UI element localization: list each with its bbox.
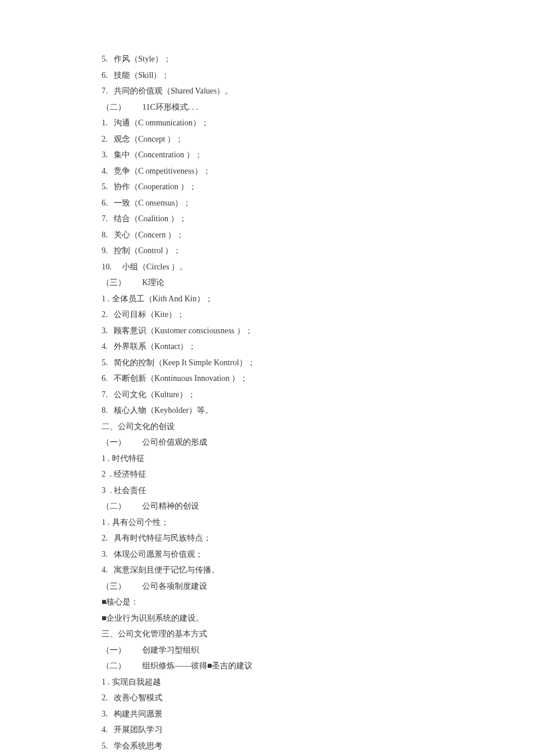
- document-content: 5. 作风（Style）；6. 技能（Skill）；7. 共同的价值观（Shar…: [102, 51, 534, 756]
- text-line: 3. 集中（Concentration ）；: [102, 147, 534, 163]
- text-line: 6. 不断创新（Kontinuous Innovation ）；: [102, 370, 534, 387]
- text-line: ■企业行为识别系统的建设。: [102, 610, 534, 627]
- text-line: 3. 体现公司愿景与价值观；: [102, 546, 534, 563]
- text-line: 6. 技能（Skill）；: [102, 67, 534, 84]
- text-line: 2. 观念（Concept ）；: [102, 131, 534, 147]
- text-line: 6. 一致（C onsensus）；: [102, 195, 534, 211]
- text-line: 2 . 经济特征: [102, 466, 534, 483]
- text-line: 1. 沟通（C ommunication）；: [102, 115, 534, 131]
- text-line: 1 . 全体员工（Kith And Kin）；: [102, 291, 534, 307]
- text-line: 2. 改善心智模式: [102, 690, 534, 706]
- text-line: 5. 作风（Style）；: [102, 51, 534, 67]
- text-line: 1 . 时代特征: [102, 451, 534, 467]
- text-line: （二） 11C环形模式. . .: [102, 99, 534, 116]
- text-line: 8. 关心（Concern ）；: [102, 227, 534, 243]
- text-line: 10. 小组（Circles ）。: [102, 259, 534, 275]
- text-line: 2. 具有时代特征与民族特点；: [102, 530, 534, 546]
- text-line: 5. 协作（Cooperation ）；: [102, 179, 534, 195]
- text-line: 7. 公司文化（Kulture）；: [102, 387, 534, 403]
- text-line: 2. 公司目标（Kite）；: [102, 307, 534, 323]
- text-line: 3. 顾客意识（Kustomer consciousness ）；: [102, 323, 534, 339]
- text-line: （一） 公司价值观的形成: [102, 434, 534, 451]
- text-line: 1 . 具有公司个性；: [102, 514, 534, 531]
- text-line: 5. 简化的控制（Keep It Simple Kontrol）；: [102, 355, 534, 371]
- text-line: 7. 共同的价值观（Shared Values）。: [102, 83, 534, 99]
- text-line: 4. 寓意深刻且便于记忆与传播。: [102, 562, 534, 578]
- text-line: 目录: [102, 754, 534, 756]
- text-line: （三） 公司各项制度建设: [102, 578, 534, 595]
- text-line: 4. 开展团队学习: [102, 722, 534, 738]
- text-line: 3 . 社会责任: [102, 483, 534, 499]
- text-line: （三） K理论: [102, 275, 534, 291]
- text-line: 3. 构建共同愿景: [102, 706, 534, 722]
- text-line: 三、公司文化管理的基本方式: [102, 626, 534, 642]
- text-line: 1 . 实现自我超越: [102, 674, 534, 690]
- text-line: （一） 创建学习型组织: [102, 642, 534, 658]
- text-line: 9. 控制（Control ）；: [102, 243, 534, 259]
- text-line: 8. 核心人物（Keyholder）等。: [102, 402, 534, 419]
- text-line: 4. 外界联系（Kontact）；: [102, 339, 534, 355]
- text-line: （二） 公司精神的创设: [102, 498, 534, 514]
- text-line: 二、公司文化的创设: [102, 419, 534, 435]
- text-line: （二） 组织修炼——彼得■圣吉的建议: [102, 658, 534, 674]
- text-line: 5. 学会系统思考: [102, 738, 534, 754]
- text-line: 7. 结合（Coalition ）；: [102, 211, 534, 227]
- text-line: ■核心是：: [102, 594, 534, 610]
- text-line: 4. 竞争（C ompetitiveness）；: [102, 163, 534, 179]
